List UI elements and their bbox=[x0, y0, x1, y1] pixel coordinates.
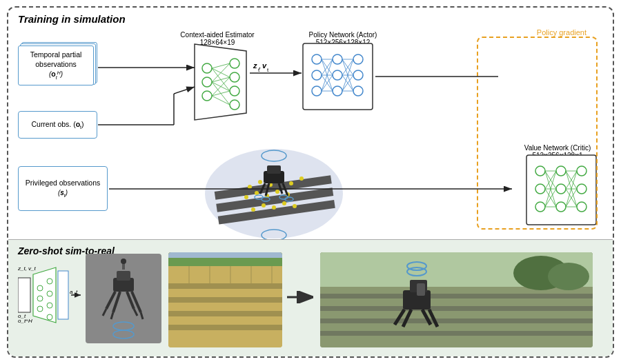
svg-point-147 bbox=[121, 259, 126, 264]
value-network-svg bbox=[525, 154, 598, 226]
svg-point-85 bbox=[255, 191, 259, 195]
svg-rect-120 bbox=[18, 278, 30, 312]
zs-network-svg: z_t, v_t o_t o_t^H bbox=[18, 261, 70, 330]
zs-arrow-to-robot: a_t bbox=[70, 288, 83, 302]
robot-photo bbox=[86, 254, 161, 343]
main-diagram: Training in simulation Context-aided Est… bbox=[7, 6, 614, 358]
zs-between-arrow bbox=[284, 287, 319, 310]
svg-rect-137 bbox=[117, 271, 130, 281]
stairs-photo bbox=[168, 252, 282, 347]
svg-point-87 bbox=[275, 190, 279, 194]
svg-marker-121 bbox=[33, 267, 56, 323]
svg-rect-46 bbox=[526, 155, 596, 225]
svg-rect-162 bbox=[168, 252, 282, 258]
svg-point-90 bbox=[262, 203, 266, 208]
svg-rect-169 bbox=[320, 318, 593, 323]
svg-point-84 bbox=[244, 195, 248, 199]
svg-text:o_t^H: o_t^H bbox=[18, 318, 32, 324]
svg-point-79 bbox=[258, 180, 262, 184]
priv-obs-box: Privileged observations (st) bbox=[18, 166, 108, 211]
svg-line-142 bbox=[103, 309, 106, 316]
training-section: Training in simulation Context-aided Est… bbox=[8, 8, 613, 242]
svg-rect-170 bbox=[320, 331, 593, 336]
robot-real-photo bbox=[320, 252, 593, 347]
svg-point-89 bbox=[251, 208, 255, 212]
svg-text:,: , bbox=[259, 61, 261, 70]
svg-rect-167 bbox=[320, 294, 593, 299]
svg-rect-129 bbox=[58, 271, 68, 319]
svg-rect-155 bbox=[168, 325, 282, 330]
svg-rect-152 bbox=[168, 283, 282, 289]
svg-point-93 bbox=[293, 204, 297, 208]
svg-text:a_t: a_t bbox=[70, 289, 78, 295]
svg-rect-95 bbox=[267, 165, 281, 174]
svg-point-172 bbox=[548, 263, 589, 290]
temporal-obs-box: Temporal partialobservations(otH) bbox=[18, 46, 94, 85]
svg-line-145 bbox=[141, 312, 143, 319]
svg-line-144 bbox=[134, 309, 137, 316]
svg-point-83 bbox=[299, 176, 304, 181]
svg-rect-179 bbox=[417, 283, 425, 296]
svg-text:z_t, v_t: z_t, v_t bbox=[18, 265, 37, 272]
robot-scene-svg bbox=[195, 135, 353, 242]
svg-point-82 bbox=[289, 181, 293, 185]
svg-text:t: t bbox=[258, 67, 260, 73]
robot-scene bbox=[195, 135, 353, 242]
svg-point-92 bbox=[282, 201, 286, 205]
svg-rect-154 bbox=[168, 311, 282, 316]
training-title: Training in simulation bbox=[18, 13, 126, 25]
svg-rect-168 bbox=[320, 306, 593, 311]
svg-text:v: v bbox=[262, 61, 267, 70]
svg-point-149 bbox=[113, 330, 134, 338]
svg-point-148 bbox=[113, 322, 134, 330]
svg-point-91 bbox=[272, 205, 276, 210]
svg-point-78 bbox=[248, 185, 252, 189]
current-obs-box: Current obs. (ot) bbox=[18, 111, 97, 139]
zeroshot-section: Zero-shot sim-to-real z_t, v_t o_t o_t^H bbox=[8, 239, 613, 356]
svg-rect-153 bbox=[168, 297, 282, 303]
policy-gradient-label: Policy gradient bbox=[534, 28, 589, 37]
estimator-svg bbox=[174, 41, 250, 123]
svg-text:z: z bbox=[253, 61, 257, 70]
svg-rect-18 bbox=[303, 43, 373, 110]
svg-line-141 bbox=[132, 292, 141, 312]
svg-text:t: t bbox=[267, 67, 269, 73]
svg-line-143 bbox=[111, 312, 113, 319]
policy-network-svg bbox=[302, 42, 374, 111]
